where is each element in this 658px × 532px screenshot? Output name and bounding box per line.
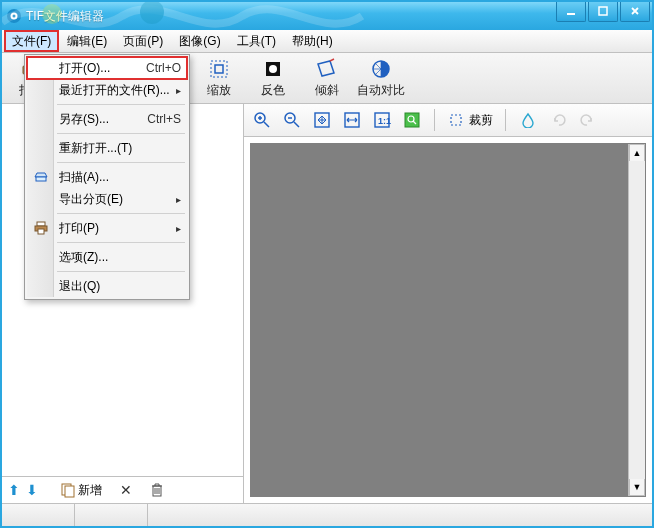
svg-rect-29: [451, 115, 461, 125]
menu-help[interactable]: 帮助(H): [284, 30, 341, 52]
pages-icon: [60, 482, 76, 498]
zoom-region-button[interactable]: [400, 108, 424, 132]
arrow-up-icon: ⬆: [8, 483, 20, 497]
add-page-label: 新增: [78, 482, 102, 499]
menu-options[interactable]: 选项(Z)...: [27, 246, 187, 268]
droplet-icon: [520, 112, 536, 128]
menu-file-label: 文件(F): [12, 33, 51, 50]
menu-save-as[interactable]: 另存(S)... Ctrl+S: [27, 108, 187, 130]
close-button[interactable]: [620, 1, 650, 22]
redo-button[interactable]: [576, 108, 600, 132]
menu-tools[interactable]: 工具(T): [229, 30, 284, 52]
toolbar-separator: [505, 109, 506, 131]
menu-export-pages[interactable]: 导出分页(E): [27, 188, 187, 210]
printer-icon: [33, 220, 49, 236]
invert-icon: [262, 58, 284, 80]
tool-label: 倾斜: [315, 82, 339, 99]
droplet-button[interactable]: [516, 108, 540, 132]
actual-size-icon: 1:1: [373, 111, 391, 129]
tool-invert[interactable]: 反色: [248, 54, 298, 102]
menu-file[interactable]: 文件(F): [4, 30, 59, 52]
crop-label: 裁剪: [469, 112, 493, 129]
minimize-button[interactable]: [556, 1, 586, 22]
menu-open-label: 打开(O)...: [59, 60, 110, 77]
image-pane: 1:1 裁剪: [244, 104, 652, 503]
app-icon: [6, 8, 22, 24]
file-menu-dropdown: 打开(O)... Ctrl+O 最近打开的文件(R)... 另存(S)... C…: [24, 54, 190, 300]
titlebar: TIF文件编辑器: [2, 2, 652, 30]
menu-open-shortcut: Ctrl+O: [146, 61, 181, 75]
svg-rect-33: [38, 229, 44, 234]
svg-rect-19: [65, 486, 74, 497]
actual-size-button[interactable]: 1:1: [370, 108, 394, 132]
fit-page-icon: [313, 111, 331, 129]
fit-width-button[interactable]: [340, 108, 364, 132]
scanner-icon: [33, 169, 49, 185]
crop-icon: [447, 111, 465, 129]
menubar: 文件(F)编辑(E)页面(P)图像(G)工具(T)帮助(H): [2, 30, 652, 53]
menu-separator: [57, 104, 185, 105]
menu-print[interactable]: 打印(P): [27, 217, 187, 239]
zoom-in-icon: [253, 111, 271, 129]
undo-button[interactable]: [546, 108, 570, 132]
redo-icon: [580, 112, 596, 128]
scroll-up-button[interactable]: ▲: [629, 144, 645, 161]
menu-tools-label: 工具(T): [237, 33, 276, 50]
status-cell-1: [2, 504, 75, 526]
app-window: TIF文件编辑器 文件(F)编辑(E)页面(P)图像(G)工具(T)帮助(H) …: [0, 0, 654, 528]
zoom-out-button[interactable]: [280, 108, 304, 132]
menu-export-pages-label: 导出分页(E): [59, 191, 123, 208]
svg-rect-6: [599, 7, 607, 15]
move-up-button[interactable]: ⬆: [8, 483, 20, 497]
svg-rect-31: [37, 222, 45, 226]
svg-point-16: [269, 65, 277, 73]
tool-autocontrast[interactable]: 自动对比: [356, 54, 406, 102]
statusbar: [2, 503, 652, 526]
menu-image-label: 图像(G): [179, 33, 220, 50]
menu-separator: [57, 242, 185, 243]
zoom-out-icon: [283, 111, 301, 129]
menu-exit-label: 退出(Q): [59, 278, 100, 295]
menu-recent-label: 最近打开的文件(R)...: [59, 82, 170, 99]
menu-page[interactable]: 页面(P): [115, 30, 171, 52]
tool-zoom[interactable]: 缩放: [194, 54, 244, 102]
menu-recent[interactable]: 最近打开的文件(R)...: [27, 79, 187, 101]
menu-reopen-label: 重新打开...(T): [59, 140, 132, 157]
fit-page-button[interactable]: [310, 108, 334, 132]
menu-print-label: 打印(P): [59, 220, 99, 237]
menu-image[interactable]: 图像(G): [171, 30, 228, 52]
tool-skew[interactable]: 倾斜: [302, 54, 352, 102]
tool-label: 自动对比: [357, 82, 405, 99]
scroll-down-button[interactable]: ▼: [629, 479, 645, 496]
zoom-in-button[interactable]: [250, 108, 274, 132]
menu-open[interactable]: 打开(O)... Ctrl+O: [27, 57, 187, 79]
fit-width-icon: [343, 111, 361, 129]
image-canvas[interactable]: ▲ ▼: [250, 143, 646, 497]
tool-label: 反色: [261, 82, 285, 99]
menu-page-label: 页面(P): [123, 33, 163, 50]
menu-exit[interactable]: 退出(Q): [27, 275, 187, 297]
arrow-down-icon: ⬇: [26, 483, 38, 497]
crop-button[interactable]: 裁剪: [445, 109, 495, 131]
menu-scan[interactable]: 扫描(A)...: [27, 166, 187, 188]
delete-icon: ✕: [120, 483, 132, 497]
menu-save-as-shortcut: Ctrl+S: [147, 112, 181, 126]
trash-button[interactable]: [150, 482, 164, 498]
image-toolbar: 1:1 裁剪: [244, 104, 652, 137]
toolbar-separator: [434, 109, 435, 131]
menu-edit[interactable]: 编辑(E): [59, 30, 115, 52]
menu-scan-label: 扫描(A)...: [59, 169, 109, 186]
vertical-scrollbar[interactable]: ▲ ▼: [628, 144, 645, 496]
add-page-button[interactable]: 新增: [60, 482, 102, 499]
menu-help-label: 帮助(H): [292, 33, 333, 50]
delete-page-button[interactable]: ✕: [120, 483, 132, 497]
svg-rect-27: [405, 113, 419, 127]
maximize-button[interactable]: [588, 1, 618, 22]
menu-reopen[interactable]: 重新打开...(T): [27, 137, 187, 159]
svg-rect-5: [567, 13, 575, 15]
undo-icon: [550, 112, 566, 128]
menu-separator: [57, 213, 185, 214]
menu-separator: [57, 133, 185, 134]
thumbnail-toolbar: ⬆ ⬇ 新增 ✕: [2, 476, 243, 503]
move-down-button[interactable]: ⬇: [26, 483, 38, 497]
